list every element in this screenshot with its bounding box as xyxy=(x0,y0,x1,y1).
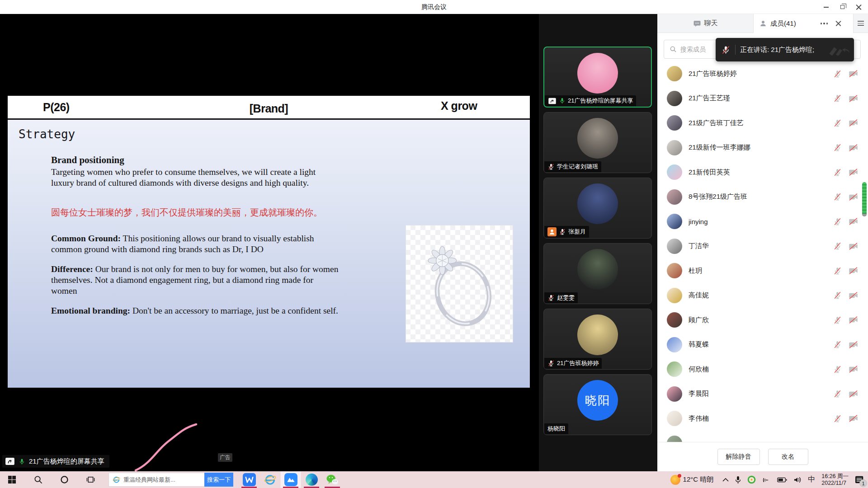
thumbnail-participant[interactable]: 21广告班杨婷婷 xyxy=(543,309,652,370)
mic-muted-icon[interactable] xyxy=(833,340,842,349)
mic-muted-icon[interactable] xyxy=(833,365,842,374)
camera-muted-icon[interactable] xyxy=(849,341,858,349)
member-row[interactable]: 李伟楠 xyxy=(657,406,868,431)
clock[interactable]: 16:26 周一2022/11/7 xyxy=(818,471,852,488)
member-list[interactable]: 21广告班杨婷婷 21广告王艺瑾 21级广告班丁佳艺 21级新传一班李娜娜 21… xyxy=(657,61,868,442)
camera-muted-icon[interactable] xyxy=(849,217,858,225)
thumbnail-participant[interactable]: 张新月 xyxy=(543,178,652,239)
mic-muted-icon[interactable] xyxy=(833,168,842,177)
taskbar-apps xyxy=(239,471,343,488)
mic-muted-icon[interactable] xyxy=(833,242,842,250)
start-button[interactable] xyxy=(4,471,20,488)
notification-center-button[interactable]: 1 xyxy=(852,471,868,488)
member-name: 顾广欣 xyxy=(689,316,709,324)
taskbar-app-ie[interactable] xyxy=(259,471,280,488)
camera-muted-icon[interactable] xyxy=(849,144,858,152)
camera-muted-icon[interactable] xyxy=(849,193,858,201)
member-avatar xyxy=(667,337,682,352)
more-options-icon[interactable] xyxy=(821,23,828,24)
member-status-icons xyxy=(833,365,858,374)
tray-expand-button[interactable] xyxy=(719,471,732,488)
thumbnail-participant[interactable]: 学生记者刘璐瑶 xyxy=(543,112,652,173)
camera-muted-icon[interactable] xyxy=(849,94,858,103)
tray-network[interactable] xyxy=(759,471,774,488)
member-row[interactable]: 21广告王艺瑾 xyxy=(657,86,868,111)
mic-muted-icon[interactable] xyxy=(833,267,842,275)
tray-antivirus[interactable] xyxy=(744,471,759,488)
member-row-partial[interactable] xyxy=(657,431,868,442)
mic-muted-icon[interactable] xyxy=(833,316,842,324)
tray-microphone[interactable] xyxy=(732,471,744,488)
taskbar-web-search-box[interactable]: 重温经典网站最新... 搜索一下 xyxy=(108,473,233,487)
camera-muted-icon[interactable] xyxy=(849,119,858,127)
web-search-button[interactable]: 搜索一下 xyxy=(204,473,233,487)
rename-button[interactable]: 改名 xyxy=(768,449,808,465)
tray-volume[interactable] xyxy=(790,471,805,488)
mic-muted-icon[interactable] xyxy=(833,414,842,423)
host-badge-icon xyxy=(547,227,557,236)
microphone-icon xyxy=(735,476,741,484)
mic-muted-icon[interactable] xyxy=(833,291,842,300)
task-view-button[interactable] xyxy=(82,471,99,488)
cortana-button[interactable] xyxy=(56,471,72,488)
camera-muted-icon[interactable] xyxy=(849,267,858,275)
tray-battery[interactable] xyxy=(774,471,790,488)
mic-muted-icon[interactable] xyxy=(833,70,842,78)
thumbnail-participant[interactable]: 晓阳杨晓阳 xyxy=(543,374,652,435)
member-row[interactable]: 21广告班杨婷婷 xyxy=(657,61,868,86)
panel-menu-button[interactable] xyxy=(853,14,868,33)
member-row[interactable]: 李晨阳 xyxy=(657,382,868,407)
panel-close-icon[interactable] xyxy=(835,20,841,26)
member-row[interactable]: 杜玥 xyxy=(657,258,868,283)
presentation-slide: P(26) [Brand] X grow Strategy Brand posi… xyxy=(8,96,530,388)
member-row[interactable]: 何欣楠 xyxy=(657,357,868,382)
member-row[interactable]: 21新传田英英 xyxy=(657,160,868,185)
taskbar-app-tencent-meeting[interactable] xyxy=(280,471,301,488)
mic-muted-icon[interactable] xyxy=(833,119,842,127)
minimize-button[interactable] xyxy=(818,0,834,14)
ime-indicator[interactable]: 中 xyxy=(805,471,818,488)
member-avatar xyxy=(667,239,682,254)
camera-muted-icon[interactable] xyxy=(849,390,858,398)
member-list-scrollbar[interactable] xyxy=(862,182,867,216)
weather-temp: 12°C xyxy=(683,475,698,483)
thumbnail-participant[interactable]: 赵雯雯 xyxy=(543,243,652,304)
member-status-icons xyxy=(833,414,858,423)
mic-muted-icon[interactable] xyxy=(833,94,842,103)
member-row[interactable]: 8号张翔21级广告班 xyxy=(657,185,868,210)
tab-members[interactable]: 成员(41) xyxy=(754,14,853,33)
mic-muted-icon[interactable] xyxy=(833,389,842,398)
camera-muted-icon[interactable] xyxy=(849,365,858,373)
member-row[interactable]: 丁洁华 xyxy=(657,234,868,259)
unmute-button[interactable]: 解除静音 xyxy=(717,449,760,465)
mic-muted-icon[interactable] xyxy=(833,217,842,226)
shared-screen-area: P(26) [Brand] X grow Strategy Brand posi… xyxy=(0,14,539,471)
camera-muted-icon[interactable] xyxy=(849,242,858,250)
camera-muted-icon[interactable] xyxy=(849,414,858,422)
member-row[interactable]: 高佳妮 xyxy=(657,283,868,308)
member-row[interactable]: 韩夏蝶 xyxy=(657,333,868,357)
member-avatar xyxy=(667,189,682,205)
taskbar-app-wps[interactable] xyxy=(239,471,259,488)
camera-muted-icon[interactable] xyxy=(849,168,858,176)
mic-muted-icon[interactable] xyxy=(833,192,842,201)
member-row[interactable]: 21级新传一班李娜娜 xyxy=(657,136,868,160)
slide-body-text: Brand positioning Targeting women who pr… xyxy=(51,155,340,324)
tab-chat[interactable]: 聊天 xyxy=(657,14,754,33)
camera-muted-icon[interactable] xyxy=(849,316,858,324)
mic-muted-icon[interactable] xyxy=(833,143,842,152)
ad-badge: 广告 xyxy=(218,453,232,462)
member-row[interactable]: 21级广告班丁佳艺 xyxy=(657,111,868,136)
camera-muted-icon[interactable] xyxy=(849,70,858,78)
member-row[interactable]: jinying xyxy=(657,209,868,234)
taskbar-search-button[interactable] xyxy=(30,471,46,488)
camera-muted-icon[interactable] xyxy=(849,291,858,300)
restore-button[interactable] xyxy=(835,0,850,14)
taskbar-app-wechat[interactable] xyxy=(322,471,343,488)
close-button[interactable] xyxy=(851,0,866,14)
thumbnail-screen-share[interactable]: 21广告杨烨瑄的屏幕共享 xyxy=(543,47,652,108)
weather-widget[interactable]: 12°C 晴朗 xyxy=(667,471,720,488)
mic-muted-icon xyxy=(547,163,555,170)
member-row[interactable]: 顾广欣 xyxy=(657,308,868,333)
taskbar-app-edge[interactable] xyxy=(301,471,322,488)
